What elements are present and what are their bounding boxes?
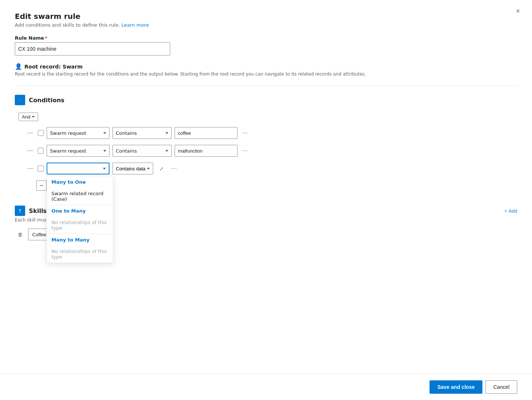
trash-icon: 🗑 bbox=[18, 232, 23, 237]
root-record-label: Root record: Swarm bbox=[24, 64, 83, 70]
condition-operator-dropdown-1[interactable]: Contains bbox=[112, 127, 172, 139]
condition-value-input-2[interactable] bbox=[175, 145, 238, 157]
condition-operator-chevron-2 bbox=[165, 150, 168, 152]
expand-icon: ⤢ bbox=[159, 166, 164, 171]
add-skill-plus-icon: + bbox=[504, 208, 507, 214]
add-condition-icon: − bbox=[40, 182, 43, 189]
conditions-icon-box: 👤 bbox=[15, 95, 25, 105]
save-close-button[interactable]: Save and close bbox=[430, 380, 482, 394]
add-skill-button[interactable]: + Add bbox=[504, 208, 517, 214]
condition-more-button-2[interactable]: ··· bbox=[240, 146, 249, 156]
ellipsis-icon-2: ··· bbox=[242, 147, 248, 154]
rule-name-input[interactable] bbox=[15, 42, 170, 56]
condition-value-input-1[interactable] bbox=[175, 127, 238, 139]
condition-operator-dropdown-2[interactable]: Contains bbox=[112, 145, 172, 157]
condition-operator-chevron-1 bbox=[165, 132, 168, 134]
condition-operator-label-1: Contains bbox=[116, 130, 137, 136]
condition-operator-label-2: Contains bbox=[116, 148, 137, 154]
root-record-icon: 👤 bbox=[15, 63, 22, 70]
conditions-title: Conditions bbox=[29, 97, 64, 104]
one-to-many-group-label: One to Many bbox=[47, 205, 113, 217]
condition-field-dropdown-1[interactable]: Swarm request bbox=[47, 127, 110, 139]
ellipsis-icon-3: ··· bbox=[171, 165, 177, 171]
conditions-section-header: 👤 Conditions bbox=[15, 95, 517, 105]
page-title: Edit swarm rule bbox=[15, 12, 517, 21]
page-subtitle: Add conditions and skills to define this… bbox=[15, 22, 517, 28]
contains-data-label: Contains data bbox=[116, 166, 145, 171]
condition-field-chevron-3 bbox=[103, 168, 106, 170]
connector-line-2 bbox=[27, 150, 33, 151]
expand-button[interactable]: ⤢ bbox=[156, 163, 166, 174]
footer: Save and close Cancel bbox=[0, 373, 532, 400]
condition-row-2: Swarm request Contains ··· bbox=[27, 145, 517, 157]
many-to-one-group-label: Many to One bbox=[47, 176, 113, 188]
close-button[interactable]: × bbox=[513, 6, 523, 16]
rule-name-field-group: Rule Name* bbox=[15, 35, 517, 56]
skills-title: Skills bbox=[29, 207, 47, 214]
skills-icon-box: ↑ bbox=[15, 206, 25, 216]
skills-icon: ↑ bbox=[18, 208, 22, 214]
rule-name-label: Rule Name* bbox=[15, 35, 517, 41]
conditions-area: And Swarm request Contains ··· bbox=[18, 113, 517, 191]
and-chevron-icon bbox=[32, 116, 35, 118]
condition-row-1: Swarm request Contains ··· bbox=[27, 127, 517, 139]
section-divider bbox=[15, 86, 517, 86]
one-to-many-no-rel-item: No relationships of this type bbox=[47, 217, 113, 234]
connector-line-1 bbox=[27, 133, 33, 133]
swarm-related-case-item[interactable]: Swarm related record (Case) bbox=[47, 188, 113, 205]
skills-title-group: ↑ Skills bbox=[15, 206, 47, 216]
condition-row-3: Many to One Swarm related record (Case) … bbox=[27, 163, 517, 174]
field-dropdown-popup: Many to One Swarm related record (Case) … bbox=[47, 176, 113, 263]
condition-checkbox-2[interactable] bbox=[38, 148, 44, 154]
many-to-many-group-label: Many to Many bbox=[47, 234, 113, 246]
contains-data-button[interactable]: Contains data bbox=[112, 163, 153, 174]
condition-field-dropdown-3[interactable] bbox=[47, 163, 110, 174]
delete-skill-button[interactable]: 🗑 bbox=[15, 229, 25, 240]
root-record-desc: Root record is the starting record for t… bbox=[15, 71, 517, 77]
condition-field-chevron-2 bbox=[103, 150, 106, 152]
connector-line-3 bbox=[27, 168, 33, 169]
close-icon: × bbox=[516, 7, 520, 15]
contains-data-chevron bbox=[147, 168, 150, 170]
and-label: And bbox=[22, 114, 30, 120]
conditions-icon: 👤 bbox=[17, 97, 23, 103]
cancel-button[interactable]: Cancel bbox=[485, 380, 517, 394]
condition-more-button-3[interactable]: ··· bbox=[169, 164, 178, 173]
condition-field-chevron-1 bbox=[103, 132, 106, 134]
root-record-section: 👤 Root record: Swarm bbox=[15, 63, 517, 70]
condition-field-label-2: Swarm request bbox=[50, 148, 86, 154]
ellipsis-icon-1: ··· bbox=[242, 130, 248, 136]
condition-checkbox-3[interactable] bbox=[38, 166, 44, 171]
and-operator-button[interactable]: And bbox=[18, 113, 38, 121]
modal-container: × Edit swarm rule Add conditions and ski… bbox=[0, 0, 532, 400]
condition-checkbox-1[interactable] bbox=[38, 130, 44, 136]
condition-field-label-1: Swarm request bbox=[50, 130, 86, 136]
learn-more-link[interactable]: Learn more bbox=[121, 22, 149, 28]
add-condition-button[interactable]: − bbox=[36, 180, 47, 191]
condition-field-wrapper-3: Many to One Swarm related record (Case) … bbox=[47, 163, 110, 174]
add-skill-label: Add bbox=[509, 208, 517, 214]
condition-field-dropdown-2[interactable]: Swarm request bbox=[47, 145, 110, 157]
condition-more-button-1[interactable]: ··· bbox=[240, 128, 249, 138]
many-to-many-no-rel-item: No relationships of this type bbox=[47, 246, 113, 263]
